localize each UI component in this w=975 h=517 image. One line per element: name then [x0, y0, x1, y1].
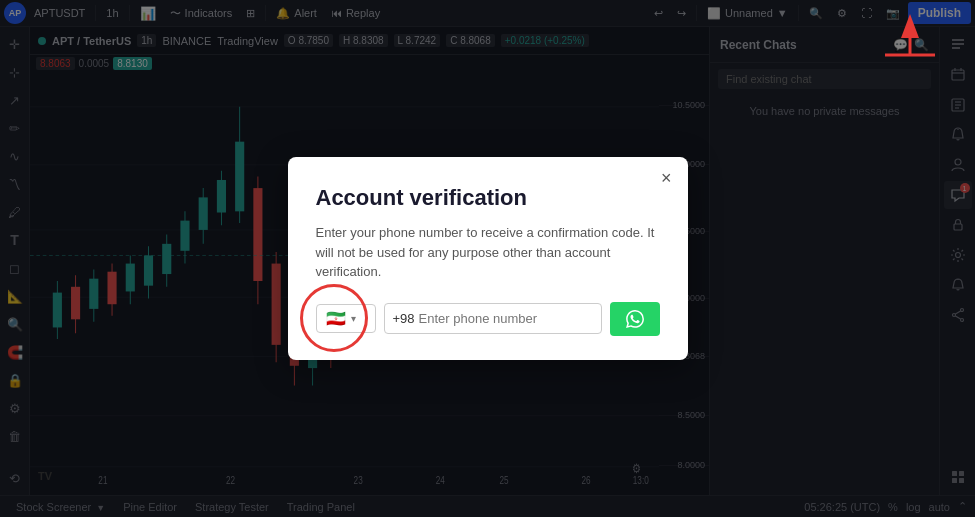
whatsapp-send-button[interactable] [610, 302, 660, 336]
account-verification-modal: × Account verification Enter your phone … [288, 157, 688, 360]
modal-title: Account verification [316, 185, 660, 211]
modal-description: Enter your phone number to receive a con… [316, 223, 660, 282]
modal-overlay: × Account verification Enter your phone … [0, 0, 975, 517]
phone-row: 🇮🇷 ▾ +98 [316, 302, 660, 336]
phone-input-wrap: +98 [384, 303, 602, 334]
phone-number-input[interactable] [419, 304, 593, 333]
country-selector[interactable]: 🇮🇷 ▾ [316, 304, 376, 333]
country-flag: 🇮🇷 [325, 311, 347, 326]
whatsapp-icon [626, 310, 644, 328]
country-code: +98 [393, 311, 415, 326]
country-chevron-icon: ▾ [351, 313, 356, 324]
modal-close-button[interactable]: × [661, 169, 672, 187]
